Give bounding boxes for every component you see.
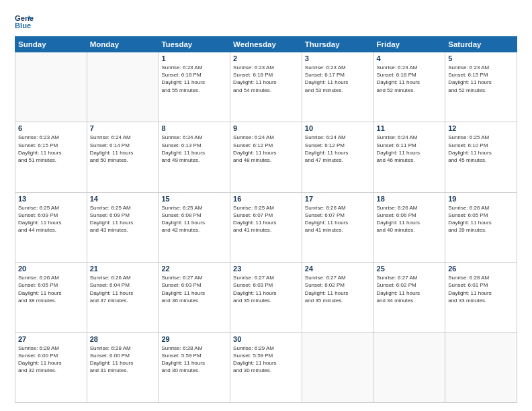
day-info: Sunrise: 6:24 AM Sunset: 6:12 PM Dayligh… xyxy=(233,134,299,164)
calendar-cell: 13Sunrise: 6:25 AM Sunset: 6:09 PM Dayli… xyxy=(15,192,87,262)
day-number: 22 xyxy=(161,265,227,273)
day-number: 13 xyxy=(18,195,84,203)
calendar-cell: 10Sunrise: 6:24 AM Sunset: 6:12 PM Dayli… xyxy=(302,122,373,192)
day-info: Sunrise: 6:27 AM Sunset: 6:03 PM Dayligh… xyxy=(233,274,299,304)
day-number: 25 xyxy=(377,265,443,273)
day-number: 7 xyxy=(90,124,156,132)
day-info: Sunrise: 6:23 AM Sunset: 6:16 PM Dayligh… xyxy=(377,64,443,94)
weekday-header: Sunday xyxy=(15,37,87,52)
calendar-cell: 15Sunrise: 6:25 AM Sunset: 6:08 PM Dayli… xyxy=(159,192,230,262)
page: General Blue SundayMondayTuesdayWednesda… xyxy=(0,0,532,411)
calendar-cell xyxy=(373,332,445,402)
calendar-cell xyxy=(445,332,517,402)
calendar-cell: 26Sunrise: 6:28 AM Sunset: 6:01 PM Dayli… xyxy=(445,263,517,332)
day-number: 17 xyxy=(305,195,371,203)
logo-icon: General Blue xyxy=(15,12,34,31)
day-info: Sunrise: 6:26 AM Sunset: 6:05 PM Dayligh… xyxy=(448,204,514,234)
day-number: 5 xyxy=(448,54,514,62)
day-info: Sunrise: 6:25 AM Sunset: 6:10 PM Dayligh… xyxy=(448,134,514,164)
calendar-cell: 27Sunrise: 6:28 AM Sunset: 6:00 PM Dayli… xyxy=(15,332,87,402)
day-info: Sunrise: 6:24 AM Sunset: 6:13 PM Dayligh… xyxy=(161,134,227,164)
day-info: Sunrise: 6:25 AM Sunset: 6:08 PM Dayligh… xyxy=(161,204,227,234)
weekday-header: Saturday xyxy=(445,37,517,52)
calendar-week-row: 13Sunrise: 6:25 AM Sunset: 6:09 PM Dayli… xyxy=(15,192,517,262)
calendar-cell: 16Sunrise: 6:25 AM Sunset: 6:07 PM Dayli… xyxy=(230,192,302,262)
day-number: 2 xyxy=(233,54,299,62)
calendar-cell: 19Sunrise: 6:26 AM Sunset: 6:05 PM Dayli… xyxy=(445,192,517,262)
day-number: 23 xyxy=(233,265,299,273)
calendar-cell: 6Sunrise: 6:23 AM Sunset: 6:15 PM Daylig… xyxy=(15,122,87,192)
day-number: 30 xyxy=(233,335,299,343)
day-number: 29 xyxy=(161,335,227,343)
calendar-cell: 12Sunrise: 6:25 AM Sunset: 6:10 PM Dayli… xyxy=(445,122,517,192)
calendar-cell: 28Sunrise: 6:28 AM Sunset: 6:00 PM Dayli… xyxy=(87,332,159,402)
calendar-cell: 9Sunrise: 6:24 AM Sunset: 6:12 PM Daylig… xyxy=(230,122,302,192)
calendar-cell: 1Sunrise: 6:23 AM Sunset: 6:18 PM Daylig… xyxy=(159,52,230,122)
calendar-cell: 8Sunrise: 6:24 AM Sunset: 6:13 PM Daylig… xyxy=(159,122,230,192)
day-number: 11 xyxy=(377,124,443,132)
day-info: Sunrise: 6:28 AM Sunset: 5:59 PM Dayligh… xyxy=(161,345,227,375)
calendar-cell: 2Sunrise: 6:23 AM Sunset: 6:18 PM Daylig… xyxy=(230,52,302,122)
day-info: Sunrise: 6:29 AM Sunset: 5:59 PM Dayligh… xyxy=(233,345,299,375)
day-number: 20 xyxy=(18,265,84,273)
weekday-header: Tuesday xyxy=(159,37,230,52)
day-number: 24 xyxy=(305,265,371,273)
weekday-header: Friday xyxy=(373,37,445,52)
day-number: 14 xyxy=(90,195,156,203)
calendar-cell xyxy=(87,52,159,122)
calendar-cell: 18Sunrise: 6:26 AM Sunset: 6:06 PM Dayli… xyxy=(373,192,445,262)
calendar-cell: 17Sunrise: 6:26 AM Sunset: 6:07 PM Dayli… xyxy=(302,192,373,262)
weekday-header-row: SundayMondayTuesdayWednesdayThursdayFrid… xyxy=(15,37,517,52)
calendar-cell: 5Sunrise: 6:23 AM Sunset: 6:15 PM Daylig… xyxy=(445,52,517,122)
logo: General Blue xyxy=(15,12,34,31)
calendar-week-row: 20Sunrise: 6:26 AM Sunset: 6:05 PM Dayli… xyxy=(15,263,517,332)
calendar-cell: 14Sunrise: 6:25 AM Sunset: 6:09 PM Dayli… xyxy=(87,192,159,262)
calendar-table: SundayMondayTuesdayWednesdayThursdayFrid… xyxy=(15,36,517,403)
day-info: Sunrise: 6:28 AM Sunset: 6:01 PM Dayligh… xyxy=(448,274,514,304)
calendar-cell: 22Sunrise: 6:27 AM Sunset: 6:03 PM Dayli… xyxy=(159,263,230,332)
calendar-week-row: 1Sunrise: 6:23 AM Sunset: 6:18 PM Daylig… xyxy=(15,52,517,122)
day-info: Sunrise: 6:27 AM Sunset: 6:03 PM Dayligh… xyxy=(161,274,227,304)
day-number: 9 xyxy=(233,124,299,132)
calendar-cell xyxy=(15,52,87,122)
day-number: 8 xyxy=(161,124,227,132)
calendar-cell: 3Sunrise: 6:23 AM Sunset: 6:17 PM Daylig… xyxy=(302,52,373,122)
day-number: 16 xyxy=(233,195,299,203)
calendar-cell: 29Sunrise: 6:28 AM Sunset: 5:59 PM Dayli… xyxy=(159,332,230,402)
day-number: 15 xyxy=(161,195,227,203)
day-info: Sunrise: 6:28 AM Sunset: 6:00 PM Dayligh… xyxy=(90,345,156,375)
day-number: 27 xyxy=(18,335,84,343)
day-info: Sunrise: 6:24 AM Sunset: 6:14 PM Dayligh… xyxy=(90,134,156,164)
calendar-cell: 20Sunrise: 6:26 AM Sunset: 6:05 PM Dayli… xyxy=(15,263,87,332)
day-info: Sunrise: 6:23 AM Sunset: 6:18 PM Dayligh… xyxy=(233,64,299,94)
day-info: Sunrise: 6:23 AM Sunset: 6:15 PM Dayligh… xyxy=(18,134,84,164)
day-info: Sunrise: 6:27 AM Sunset: 6:02 PM Dayligh… xyxy=(377,274,443,304)
day-info: Sunrise: 6:26 AM Sunset: 6:07 PM Dayligh… xyxy=(305,204,371,234)
calendar-cell: 24Sunrise: 6:27 AM Sunset: 6:02 PM Dayli… xyxy=(302,263,373,332)
day-number: 6 xyxy=(18,124,84,132)
day-info: Sunrise: 6:24 AM Sunset: 6:11 PM Dayligh… xyxy=(377,134,443,164)
day-info: Sunrise: 6:24 AM Sunset: 6:12 PM Dayligh… xyxy=(305,134,371,164)
calendar-week-row: 27Sunrise: 6:28 AM Sunset: 6:00 PM Dayli… xyxy=(15,332,517,402)
day-info: Sunrise: 6:25 AM Sunset: 6:09 PM Dayligh… xyxy=(18,204,84,234)
header: General Blue xyxy=(15,12,517,31)
day-info: Sunrise: 6:25 AM Sunset: 6:09 PM Dayligh… xyxy=(90,204,156,234)
calendar-cell: 25Sunrise: 6:27 AM Sunset: 6:02 PM Dayli… xyxy=(373,263,445,332)
calendar-cell: 11Sunrise: 6:24 AM Sunset: 6:11 PM Dayli… xyxy=(373,122,445,192)
day-number: 1 xyxy=(161,54,227,62)
day-info: Sunrise: 6:23 AM Sunset: 6:15 PM Dayligh… xyxy=(448,64,514,94)
calendar-cell: 7Sunrise: 6:24 AM Sunset: 6:14 PM Daylig… xyxy=(87,122,159,192)
day-number: 12 xyxy=(448,124,514,132)
calendar-cell: 23Sunrise: 6:27 AM Sunset: 6:03 PM Dayli… xyxy=(230,263,302,332)
day-info: Sunrise: 6:28 AM Sunset: 6:00 PM Dayligh… xyxy=(18,345,84,375)
calendar-cell: 30Sunrise: 6:29 AM Sunset: 5:59 PM Dayli… xyxy=(230,332,302,402)
calendar-week-row: 6Sunrise: 6:23 AM Sunset: 6:15 PM Daylig… xyxy=(15,122,517,192)
day-info: Sunrise: 6:25 AM Sunset: 6:07 PM Dayligh… xyxy=(233,204,299,234)
day-number: 21 xyxy=(90,265,156,273)
day-number: 4 xyxy=(377,54,443,62)
day-number: 3 xyxy=(305,54,371,62)
day-number: 28 xyxy=(90,335,156,343)
calendar-cell: 4Sunrise: 6:23 AM Sunset: 6:16 PM Daylig… xyxy=(373,52,445,122)
day-info: Sunrise: 6:23 AM Sunset: 6:17 PM Dayligh… xyxy=(305,64,371,94)
calendar-cell: 21Sunrise: 6:26 AM Sunset: 6:04 PM Dayli… xyxy=(87,263,159,332)
